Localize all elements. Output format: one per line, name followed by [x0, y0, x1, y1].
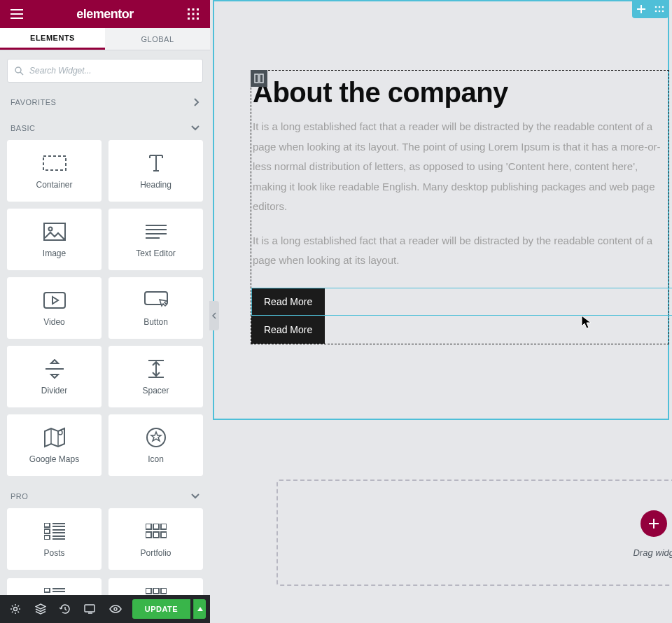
- svg-line-10: [20, 72, 23, 75]
- chevron-down-icon: [191, 493, 200, 499]
- column-outline: About the company It is a long establish…: [251, 70, 669, 344]
- basic-label: BASIC: [10, 124, 36, 132]
- pro-section-toggle[interactable]: PRO: [7, 484, 203, 508]
- collapse-panel-button[interactable]: [209, 301, 219, 330]
- empty-section-dropzone[interactable]: Drag widg: [276, 479, 672, 586]
- eye-icon: [109, 605, 122, 613]
- button-widget-row: Read More Read More: [251, 288, 668, 344]
- button-icon: [144, 291, 168, 309]
- svg-rect-6: [188, 18, 190, 20]
- text-widget-2[interactable]: It is a long established fact that a rea…: [251, 230, 668, 284]
- svg-point-9: [15, 67, 21, 73]
- heading-icon: [146, 153, 167, 174]
- apps-button[interactable]: [182, 3, 204, 25]
- svg-rect-1: [192, 8, 195, 10]
- widget-posts[interactable]: Posts: [7, 508, 102, 570]
- basic-section-toggle[interactable]: BASIC: [7, 116, 203, 140]
- widget-container[interactable]: Container: [7, 140, 102, 202]
- widget-portfolio[interactable]: Portfolio: [108, 508, 203, 570]
- search-box: [7, 59, 203, 83]
- text-widget-1[interactable]: It is a long established fact that a rea…: [251, 115, 668, 230]
- maps-icon: [43, 427, 66, 448]
- svg-rect-29: [153, 588, 159, 594]
- grid-handle-icon: [654, 6, 664, 13]
- svg-rect-22: [153, 524, 159, 529]
- editor-sidebar: elementor ELEMENTS GLOBAL FAVORITES BASI…: [0, 0, 210, 623]
- svg-rect-5: [197, 13, 199, 15]
- widget-video[interactable]: Video: [7, 277, 102, 339]
- widget-label: Portfolio: [140, 548, 171, 558]
- svg-point-37: [655, 10, 657, 13]
- gear-icon: [10, 603, 21, 615]
- preview-button[interactable]: [104, 598, 127, 620]
- add-section-circle-button[interactable]: [640, 510, 667, 537]
- svg-point-39: [662, 10, 664, 13]
- history-button[interactable]: [55, 598, 77, 620]
- content-container[interactable]: About the company It is a long establish…: [251, 70, 669, 344]
- svg-rect-26: [161, 532, 167, 538]
- menu-button[interactable]: [6, 3, 28, 25]
- widget-label: Icon: [148, 454, 164, 464]
- update-options-button[interactable]: [193, 599, 206, 619]
- posts-icon: [44, 523, 65, 540]
- widget-button[interactable]: Button: [108, 277, 203, 339]
- widget-heading[interactable]: Heading: [108, 140, 203, 202]
- svg-rect-8: [197, 18, 199, 20]
- svg-rect-14: [44, 293, 65, 308]
- column-handle[interactable]: [251, 70, 267, 87]
- heading-widget[interactable]: About the company: [251, 71, 668, 115]
- svg-rect-11: [43, 156, 66, 170]
- responsive-button[interactable]: [79, 598, 102, 620]
- favorites-section[interactable]: FAVORITES: [0, 88, 210, 116]
- svg-rect-0: [188, 8, 190, 10]
- tab-elements[interactable]: ELEMENTS: [0, 28, 105, 50]
- widget-divider[interactable]: Divider: [7, 346, 102, 407]
- svg-point-13: [48, 227, 52, 231]
- svg-rect-27: [44, 588, 50, 592]
- chevron-left-icon: [212, 312, 216, 319]
- navigator-button[interactable]: [29, 598, 52, 620]
- history-icon: [59, 603, 71, 615]
- widget-label: Spacer: [142, 386, 169, 396]
- basic-widgets-grid: Container Heading Image Text Editor Vide…: [7, 140, 203, 476]
- portfolio-icon: [146, 524, 167, 539]
- search-input[interactable]: [29, 66, 195, 76]
- svg-point-38: [659, 10, 661, 13]
- editor-canvas[interactable]: About the company It is a long establish…: [210, 0, 672, 623]
- plus-icon: [648, 518, 659, 529]
- svg-rect-21: [146, 524, 151, 529]
- responsive-icon: [84, 604, 97, 614]
- edit-section-button[interactable]: [650, 0, 668, 18]
- widget-label: Divider: [41, 386, 67, 396]
- widget-spacer[interactable]: Spacer: [108, 346, 203, 407]
- widget-text-editor[interactable]: Text Editor: [108, 209, 203, 270]
- pro-widgets-grid: Posts Portfolio: [7, 508, 203, 570]
- chevron-down-icon: [191, 125, 200, 131]
- svg-rect-40: [255, 74, 258, 83]
- container-icon: [43, 155, 66, 171]
- pro-label: PRO: [10, 492, 28, 500]
- widget-label: Button: [144, 317, 168, 327]
- tab-global[interactable]: GLOBAL: [105, 28, 210, 50]
- add-section-button[interactable]: [632, 0, 650, 18]
- svg-point-16: [58, 430, 62, 435]
- widget-highlight: [251, 288, 672, 316]
- drop-hint-text: Drag widg: [633, 547, 672, 558]
- widget-google-maps[interactable]: Google Maps: [7, 414, 102, 476]
- update-button[interactable]: UPDATE: [132, 599, 190, 619]
- star-circle-icon: [146, 427, 167, 448]
- svg-rect-4: [192, 13, 195, 15]
- search-wrap: [0, 50, 210, 88]
- hamburger-icon: [10, 9, 23, 19]
- text-editor-icon: [146, 224, 167, 239]
- sidebar-header: elementor: [0, 0, 210, 28]
- apps-grid-icon: [188, 8, 199, 20]
- settings-button[interactable]: [4, 598, 27, 620]
- read-more-button-2[interactable]: Read More: [251, 316, 325, 344]
- widgets-scroll[interactable]: BASIC Container Heading Image Text Ed: [0, 116, 210, 623]
- svg-point-34: [655, 6, 657, 8]
- widget-image[interactable]: Image: [7, 209, 102, 270]
- svg-point-36: [662, 6, 664, 8]
- widget-label: Posts: [43, 548, 64, 558]
- widget-icon[interactable]: Icon: [108, 414, 203, 476]
